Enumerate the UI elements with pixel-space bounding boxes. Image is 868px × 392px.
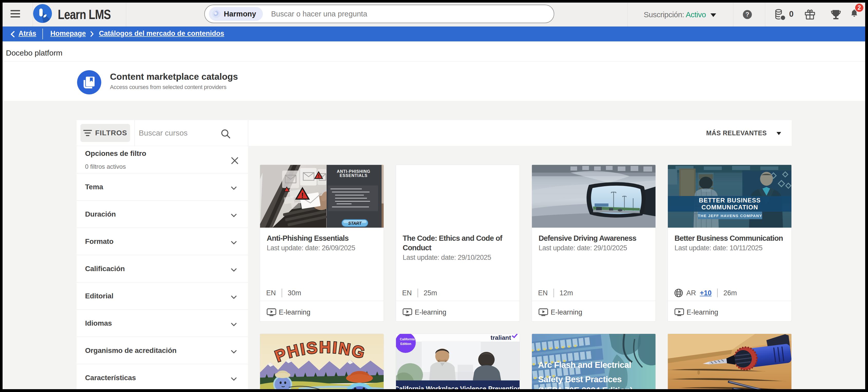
svg-text:ESSENTIALS: ESSENTIALS [340, 173, 367, 178]
svg-text:Edition: Edition [400, 342, 411, 346]
svg-text:(NFPA 70E 2024 Edition): (NFPA 70E 2024 Edition) [538, 386, 632, 389]
svg-text:!: ! [301, 191, 304, 199]
svg-text:Arc Flash and Electrical: Arc Flash and Electrical [538, 360, 631, 370]
svg-text:traliant: traliant [491, 334, 511, 341]
svg-text:?: ? [745, 11, 749, 18]
svg-text:ANTI-PHISHING: ANTI-PHISHING [337, 169, 370, 174]
svg-text:COMMUNICATION: COMMUNICATION [702, 204, 758, 211]
svg-text:START: START [348, 221, 362, 226]
svg-text:California: California [400, 337, 415, 341]
svg-text:Safety Best Practices: Safety Best Practices [538, 374, 622, 384]
svg-text:California Workplace Violence: California Workplace Violence Prevention [396, 385, 520, 389]
svg-text:!: ! [318, 174, 319, 179]
svg-text:BETTER BUSINESS: BETTER BUSINESS [699, 197, 761, 204]
svg-text:THE JEFF HAVENS COMPANY: THE JEFF HAVENS COMPANY [698, 214, 763, 218]
